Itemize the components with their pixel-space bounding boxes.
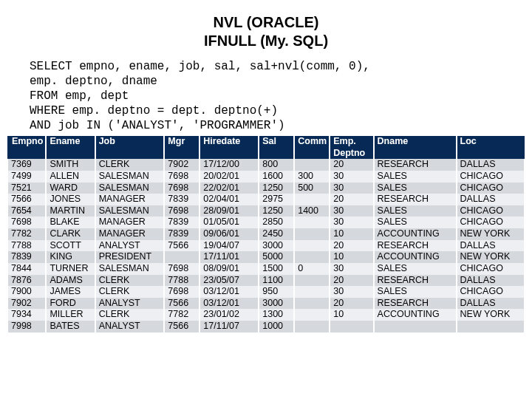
cell-empno: 7900 (8, 286, 46, 298)
cell-loc: CHICAGO (457, 205, 524, 217)
cell-ename: TURNER (46, 263, 95, 275)
cell-sal: 1500 (259, 263, 294, 275)
cell-mgr: 7566 (164, 240, 200, 252)
cell-hiredate: 28/09/01 (200, 205, 259, 217)
table-header: Empno Ename Job Mgr Hiredate Sal Comm Em… (8, 136, 524, 159)
cell-empno: 7839 (8, 251, 46, 263)
cell-comm (294, 228, 330, 240)
cell-mgr: 7698 (164, 183, 200, 194)
cell-hiredate: 01/05/01 (200, 216, 259, 228)
col-ename: Ename (46, 136, 95, 159)
table-row: 7566JONESMANAGER783902/04/01297520RESEAR… (8, 194, 524, 205)
cell-deptno: 20 (330, 194, 373, 205)
cell-mgr (164, 251, 200, 263)
cell-sal: 950 (259, 286, 294, 298)
cell-ename: CLARK (46, 228, 95, 240)
cell-loc: DALLAS (457, 275, 524, 287)
cell-empno: 7876 (8, 275, 46, 287)
col-sal: Sal (259, 136, 294, 159)
cell-empno: 7369 (8, 159, 46, 171)
cell-dname: RESEARCH (374, 194, 457, 205)
cell-dname: SALES (374, 286, 457, 298)
cell-job: SALESMAN (95, 263, 165, 275)
cell-hiredate: 19/04/07 (200, 240, 259, 252)
cell-empno: 7844 (8, 263, 46, 275)
cell-dname: SALES (374, 183, 457, 194)
cell-mgr: 7839 (164, 194, 200, 205)
table-row: 7788SCOTTANALYST756619/04/07300020RESEAR… (8, 240, 524, 252)
cell-hiredate: 23/05/07 (200, 275, 259, 287)
cell-deptno: 20 (330, 159, 373, 171)
table-row: 7934MILLERCLERK778223/01/02130010ACCOUNT… (8, 309, 524, 321)
cell-loc: DALLAS (457, 298, 524, 310)
col-job: Job (95, 136, 165, 159)
cell-mgr: 7839 (164, 228, 200, 240)
cell-ename: KING (46, 251, 95, 263)
table-row: 7698BLAKEMANAGER783901/05/01285030SALESC… (8, 216, 524, 228)
cell-job: MANAGER (95, 228, 165, 240)
cell-empno: 7566 (8, 194, 46, 205)
col-dname: Dname (374, 136, 457, 159)
cell-empno: 7998 (8, 321, 46, 332)
cell-loc: NEW YORK (457, 309, 524, 321)
cell-ename: BATES (46, 321, 95, 332)
table-row: 7902FORDANALYST756603/12/01300020RESEARC… (8, 298, 524, 310)
cell-mgr: 7566 (164, 321, 200, 332)
cell-job: CLERK (95, 309, 165, 321)
cell-sal: 2850 (259, 216, 294, 228)
cell-sal: 3000 (259, 298, 294, 310)
cell-dname: RESEARCH (374, 240, 457, 252)
cell-dname: SALES (374, 171, 457, 183)
cell-ename: FORD (46, 298, 95, 310)
cell-empno: 7499 (8, 171, 46, 183)
cell-hiredate: 22/02/01 (200, 183, 259, 194)
cell-mgr: 7839 (164, 216, 200, 228)
col-deptno: Emp. Deptno (330, 136, 373, 159)
cell-ename: SMITH (46, 159, 95, 171)
cell-ename: MILLER (46, 309, 95, 321)
cell-empno: 7788 (8, 240, 46, 252)
cell-empno: 7698 (8, 216, 46, 228)
cell-comm (294, 286, 330, 298)
cell-hiredate: 17/12/00 (200, 159, 259, 171)
col-comm: Comm (294, 136, 330, 159)
cell-comm: 0 (294, 263, 330, 275)
cell-job: PRESIDENT (95, 251, 165, 263)
cell-comm (294, 251, 330, 263)
result-table: Empno Ename Job Mgr Hiredate Sal Comm Em… (7, 136, 525, 332)
cell-job: SALESMAN (95, 205, 165, 217)
cell-dname: ACCOUNTING (374, 251, 457, 263)
cell-job: SALESMAN (95, 183, 165, 194)
cell-hiredate: 03/12/01 (200, 298, 259, 310)
cell-comm: 1400 (294, 205, 330, 217)
cell-job: CLERK (95, 286, 165, 298)
cell-deptno: 30 (330, 263, 373, 275)
cell-loc: CHICAGO (457, 286, 524, 298)
cell-hiredate: 17/11/01 (200, 251, 259, 263)
cell-sal: 1100 (259, 275, 294, 287)
cell-deptno: 30 (330, 216, 373, 228)
cell-ename: SCOTT (46, 240, 95, 252)
cell-deptno: 30 (330, 205, 373, 217)
cell-deptno (330, 321, 373, 332)
cell-mgr: 7698 (164, 205, 200, 217)
cell-ename: ADAMS (46, 275, 95, 287)
cell-deptno: 30 (330, 171, 373, 183)
cell-job: ANALYST (95, 321, 165, 332)
cell-mgr: 7782 (164, 309, 200, 321)
col-loc: Loc (457, 136, 524, 159)
cell-comm (294, 321, 330, 332)
cell-loc: CHICAGO (457, 216, 524, 228)
cell-comm (294, 275, 330, 287)
cell-empno: 7782 (8, 228, 46, 240)
cell-deptno: 10 (330, 228, 373, 240)
cell-sal: 1250 (259, 183, 294, 194)
cell-dname: SALES (374, 205, 457, 217)
cell-mgr: 7566 (164, 298, 200, 310)
cell-job: CLERK (95, 275, 165, 287)
cell-mgr: 7698 (164, 286, 200, 298)
cell-empno: 7902 (8, 298, 46, 310)
cell-dname: ACCOUNTING (374, 228, 457, 240)
cell-comm (294, 309, 330, 321)
cell-sal: 1600 (259, 171, 294, 183)
